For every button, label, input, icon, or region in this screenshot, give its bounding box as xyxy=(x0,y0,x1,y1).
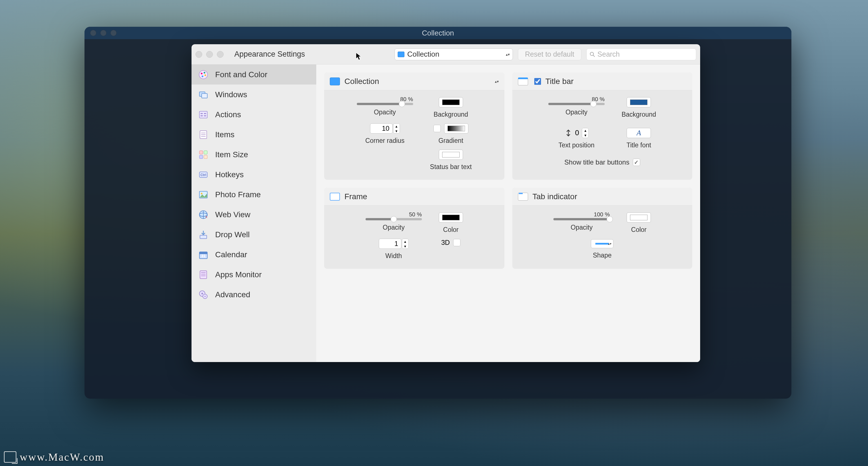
threeD-checkbox[interactable] xyxy=(453,239,461,246)
traffic-lights[interactable] xyxy=(195,51,224,58)
svg-text:Ctrl: Ctrl xyxy=(200,173,207,177)
frame-width-input[interactable] xyxy=(379,239,401,249)
outer-window: Collection Appearance Settings Collectio… xyxy=(85,27,792,399)
advanced-icon xyxy=(197,289,210,301)
titlebar-background-colorwell[interactable] xyxy=(627,97,651,107)
stepper-up[interactable]: ▴ xyxy=(394,124,400,128)
sidebar-item-hotkeys[interactable]: Ctrl Hotkeys xyxy=(191,165,316,184)
chevron-updown-icon: ▴▾ xyxy=(608,242,612,246)
zoom-button[interactable] xyxy=(217,51,224,58)
panel-tab-header: Tab indicator xyxy=(512,187,692,206)
opacity-label: Opacity xyxy=(565,109,588,116)
svg-line-1 xyxy=(593,55,595,57)
title-font-label: Title font xyxy=(627,141,651,149)
corner-radius-stepper[interactable]: ▴▾ xyxy=(370,123,400,134)
sidebar-item-label: Photo Frame xyxy=(215,190,261,199)
panel-collection-title: Collection xyxy=(344,77,379,86)
sidebar-item-item-size[interactable]: Item Size xyxy=(191,145,316,165)
svg-rect-35 xyxy=(200,271,207,279)
collection-background-colorwell[interactable] xyxy=(439,97,463,107)
stepper-down[interactable]: ▾ xyxy=(394,128,400,133)
opacity-label: Opacity xyxy=(374,109,396,116)
panel-tab-title: Tab indicator xyxy=(533,192,577,201)
show-titlebar-buttons-checkbox[interactable] xyxy=(633,158,640,166)
reset-to-default-button[interactable]: Reset to default xyxy=(518,49,581,60)
collection-opacity-slider[interactable]: 80 % xyxy=(357,97,413,105)
collection-dropdown[interactable]: Collection ▴▾ xyxy=(395,49,513,60)
svg-point-5 xyxy=(205,75,206,76)
frame-opacity-slider[interactable]: 50 % xyxy=(366,212,422,220)
svg-point-4 xyxy=(204,72,205,74)
titlebar-opacity-slider[interactable]: 80 % xyxy=(548,97,605,105)
sidebar-item-label: Items xyxy=(215,130,234,139)
gradient-colorwell[interactable] xyxy=(444,123,468,134)
corner-radius-input[interactable] xyxy=(370,123,393,134)
sidebar-item-label: Drop Well xyxy=(215,230,250,239)
titlebar-enable-checkbox[interactable] xyxy=(534,78,541,85)
svg-point-3 xyxy=(201,73,203,75)
show-titlebar-buttons-label: Show title bar buttons xyxy=(564,158,629,166)
minimize-button[interactable] xyxy=(206,51,213,58)
toolbar-title: Appearance Settings xyxy=(234,50,305,59)
statusbar-text-colorwell[interactable] xyxy=(439,150,463,160)
stepper-up[interactable]: ▴ xyxy=(582,128,588,133)
svg-rect-10 xyxy=(200,113,203,114)
outer-titlebar[interactable]: Collection xyxy=(85,27,792,39)
background-label: Background xyxy=(433,111,468,118)
sidebar-item-items[interactable]: Items xyxy=(191,124,316,145)
tab-opacity-slider[interactable]: 100 % xyxy=(553,212,610,220)
folder-icon xyxy=(398,52,404,57)
panel-collection-header[interactable]: Collection ▴▾ xyxy=(324,72,504,90)
items-icon xyxy=(197,128,210,141)
svg-point-40 xyxy=(202,293,203,294)
search-input[interactable] xyxy=(597,50,693,58)
sidebar[interactable]: Font and Color Windows Actions xyxy=(191,64,316,362)
sidebar-item-drop-well[interactable]: Drop Well xyxy=(191,225,316,244)
chevron-updown-icon[interactable]: ▴▾ xyxy=(495,79,499,84)
sidebar-item-apps-monitor[interactable]: Apps Monitor xyxy=(191,265,316,285)
frame-color-colorwell[interactable] xyxy=(439,212,463,223)
text-position-stepper[interactable]: 0 ▴▾ xyxy=(564,128,589,138)
gradient-label: Gradient xyxy=(438,137,463,145)
stepper-up[interactable]: ▴ xyxy=(402,239,408,244)
outer-traffic-lights[interactable] xyxy=(90,30,117,36)
windows-icon xyxy=(197,88,210,101)
frame-width-stepper[interactable]: ▴▾ xyxy=(379,239,409,249)
outer-close-button[interactable] xyxy=(90,30,96,36)
shape-label: Shape xyxy=(593,252,612,259)
sidebar-item-font-and-color[interactable]: Font and Color xyxy=(191,64,316,85)
sidebar-item-advanced[interactable]: Advanced xyxy=(191,285,316,304)
color-label: Color xyxy=(631,226,647,234)
stepper-down[interactable]: ▾ xyxy=(402,244,408,249)
text-position-label: Text position xyxy=(558,141,594,149)
close-button[interactable] xyxy=(195,51,202,58)
tab-header-icon xyxy=(518,193,528,201)
tab-shape-select[interactable]: ▴▾ xyxy=(591,239,613,248)
sidebar-item-actions[interactable]: Actions xyxy=(191,105,316,124)
sidebar-item-calendar[interactable]: 31 Calendar xyxy=(191,244,316,265)
titlebar-header-icon xyxy=(518,78,528,85)
svg-rect-20 xyxy=(199,155,203,158)
svg-point-42 xyxy=(205,296,206,297)
corner-radius-label: Corner radius xyxy=(365,137,404,145)
sidebar-item-web-view[interactable]: Web View xyxy=(191,205,316,225)
tab-color-colorwell[interactable] xyxy=(627,212,651,223)
panel-titlebar: Title bar 80 % Opacity xyxy=(512,72,692,180)
sidebar-item-label: Web View xyxy=(215,210,250,219)
svg-point-6 xyxy=(202,76,203,77)
sidebar-item-windows[interactable]: Windows xyxy=(191,85,316,105)
outer-minimize-button[interactable] xyxy=(100,30,106,36)
svg-text:31: 31 xyxy=(201,254,206,258)
search-box[interactable] xyxy=(586,49,696,60)
svg-rect-9 xyxy=(199,111,207,118)
outer-zoom-button[interactable] xyxy=(111,30,117,36)
gradient-checkbox[interactable] xyxy=(433,125,441,132)
actions-icon xyxy=(197,109,210,121)
content-area: Collection ▴▾ 80 % Opacity xyxy=(316,64,700,362)
stepper-down[interactable]: ▾ xyxy=(582,133,588,138)
outer-window-title: Collection xyxy=(422,29,454,37)
panel-titlebar-header: Title bar xyxy=(512,72,692,90)
sidebar-item-photo-frame[interactable]: Photo Frame xyxy=(191,184,316,205)
sidebar-item-label: Apps Monitor xyxy=(215,270,261,279)
title-font-button[interactable]: A xyxy=(627,128,651,138)
